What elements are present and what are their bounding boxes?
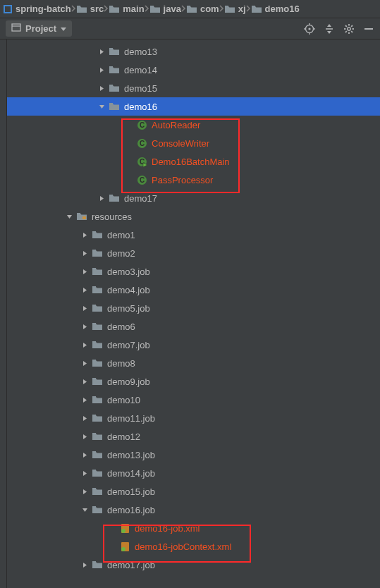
tree-node[interactable]: demo11.job — [7, 409, 380, 427]
collapse-arrow-icon[interactable] — [65, 214, 73, 220]
breadcrumb-item[interactable]: main — [109, 4, 144, 14]
expand-arrow-icon[interactable] — [80, 489, 89, 495]
breadcrumb-item[interactable]: java — [149, 4, 181, 14]
breadcrumb-label: src — [90, 4, 104, 14]
svg-marker-64 — [83, 343, 87, 348]
tree-node[interactable]: demo13.job — [7, 446, 380, 464]
svg-marker-56 — [83, 269, 87, 274]
svg-rect-29 — [364, 28, 373, 30]
tree-node[interactable]: demo14 — [7, 61, 380, 79]
svg-marker-49 — [67, 215, 72, 219]
tree-node[interactable]: demo15 — [7, 79, 380, 97]
collapse-arrow-icon[interactable] — [80, 507, 89, 513]
tree-node-label: demo4.job — [107, 285, 150, 295]
breadcrumb-item[interactable]: xj — [224, 4, 246, 14]
expand-arrow-icon[interactable] — [97, 67, 106, 73]
expand-arrow-icon[interactable] — [80, 324, 89, 330]
tree-node[interactable]: demo15.job — [7, 482, 380, 501]
svg-marker-82 — [82, 508, 87, 512]
svg-rect-79 — [92, 470, 96, 471]
expand-arrow-icon[interactable] — [80, 305, 89, 312]
project-icon — [11, 23, 21, 35]
svg-marker-52 — [83, 233, 87, 238]
class-icon: C — [137, 120, 147, 130]
tree-node[interactable]: demo5.job — [7, 299, 380, 317]
tree-node[interactable]: CConsoleWriter — [7, 134, 380, 152]
tree-node[interactable]: demo17.job — [7, 556, 380, 574]
spring-icon — [120, 523, 130, 534]
expand-arrow-icon[interactable] — [80, 562, 89, 568]
breadcrumb-item[interactable]: com — [186, 4, 219, 14]
svg-marker-70 — [83, 398, 87, 403]
expand-all-icon[interactable] — [324, 23, 335, 35]
tree-node[interactable]: demo8 — [7, 354, 380, 372]
chevron-right-icon — [219, 4, 224, 14]
svg-rect-31 — [109, 48, 113, 49]
expand-arrow-icon[interactable] — [80, 342, 89, 348]
tree-node[interactable]: demo16-job.xml — [7, 519, 380, 537]
dropdown-icon — [61, 23, 66, 34]
breadcrumb-item[interactable]: demo16 — [251, 4, 300, 14]
tree-node[interactable]: demo14.job — [7, 464, 380, 482]
svg-marker-36 — [99, 105, 104, 109]
hide-icon[interactable] — [363, 23, 374, 35]
expand-arrow-icon[interactable] — [80, 269, 89, 275]
breadcrumb-label: spring-batch — [16, 4, 71, 14]
svg-marker-66 — [83, 361, 87, 366]
tree-node[interactable]: demo16 — [7, 97, 380, 116]
tree-node-label: demo13.job — [107, 450, 155, 460]
tree-node[interactable]: demo4.job — [7, 281, 380, 299]
tree-node[interactable]: demo10 — [7, 391, 380, 409]
expand-arrow-icon[interactable] — [80, 470, 89, 477]
project-tree[interactable]: demo13demo14demo15demo16CAutoReaderCCons… — [7, 39, 380, 574]
project-view-selector[interactable]: Project — [6, 20, 72, 37]
expand-arrow-icon[interactable] — [80, 452, 89, 458]
folder-icon — [109, 65, 120, 75]
tree-node[interactable]: resources — [7, 207, 380, 226]
expand-arrow-icon[interactable] — [80, 232, 89, 238]
gear-icon[interactable] — [343, 23, 355, 35]
expand-arrow-icon[interactable] — [80, 397, 89, 403]
svg-rect-73 — [92, 415, 96, 416]
folder-icon — [109, 193, 120, 203]
tree-node[interactable]: demo7.job — [7, 336, 380, 354]
expand-arrow-icon[interactable] — [80, 287, 89, 293]
svg-rect-35 — [109, 85, 113, 86]
tree-node[interactable]: demo17 — [7, 189, 380, 207]
tree-node[interactable]: demo9.job — [7, 372, 380, 391]
collapse-arrow-icon[interactable] — [97, 104, 106, 110]
tree-node[interactable]: CDemo16BatchMain — [7, 152, 380, 171]
expand-arrow-icon[interactable] — [80, 434, 89, 440]
expand-arrow-icon[interactable] — [97, 195, 106, 202]
expand-arrow-icon[interactable] — [80, 415, 89, 422]
tree-node[interactable]: demo13 — [7, 42, 380, 61]
tree-node[interactable]: demo6 — [7, 317, 380, 336]
svg-rect-2 — [77, 6, 80, 7]
expand-arrow-icon[interactable] — [97, 49, 106, 55]
tree-node[interactable]: demo3.job — [7, 262, 380, 281]
folder-icon — [92, 340, 103, 350]
tree-node[interactable]: CPassProcessor — [7, 171, 380, 189]
svg-point-85 — [121, 529, 125, 533]
expand-arrow-icon[interactable] — [80, 379, 89, 385]
tree-node[interactable]: CAutoReader — [7, 116, 380, 134]
folder-icon — [92, 376, 103, 386]
svg-marker-80 — [83, 489, 87, 494]
tree-node[interactable]: demo2 — [7, 244, 380, 262]
svg-rect-63 — [92, 323, 96, 324]
tree-node[interactable]: demo1 — [7, 226, 380, 244]
locate-icon[interactable] — [304, 23, 315, 35]
tree-node[interactable]: demo16-jobContext.xml — [7, 537, 380, 556]
tree-node[interactable]: demo12 — [7, 427, 380, 446]
tree-node[interactable]: demo16.job — [7, 501, 380, 519]
breadcrumb-item[interactable]: spring-batch — [3, 4, 71, 14]
svg-rect-6 — [225, 6, 228, 7]
expand-arrow-icon[interactable] — [80, 250, 89, 257]
breadcrumb-label: demo16 — [265, 4, 300, 14]
svg-marker-19 — [327, 31, 331, 34]
expand-arrow-icon[interactable] — [97, 85, 106, 92]
tree-node-label: demo1 — [107, 230, 135, 240]
breadcrumb-item[interactable]: src — [76, 4, 104, 14]
svg-point-12 — [308, 27, 310, 30]
expand-arrow-icon[interactable] — [80, 360, 89, 367]
